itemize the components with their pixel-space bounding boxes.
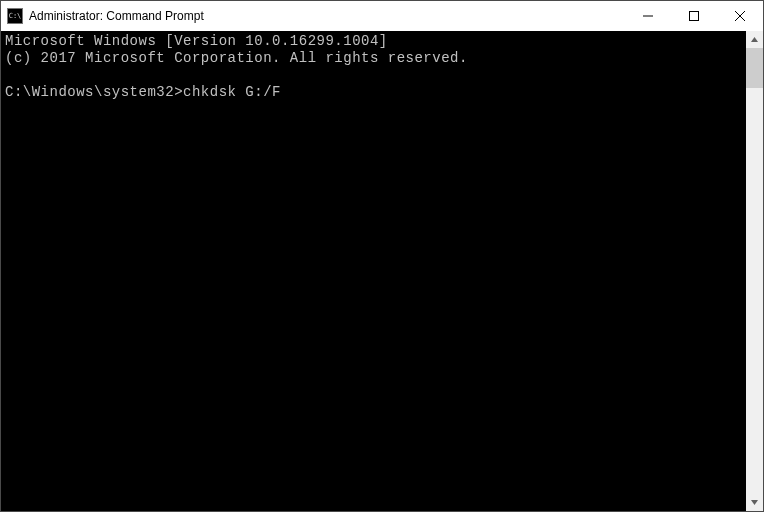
prompt-path: C:\Windows\system32>	[5, 84, 183, 100]
command-prompt-window: C:\ Administrator: Command Prompt Micros…	[0, 0, 764, 512]
svg-rect-0	[690, 12, 699, 21]
output-line: (c) 2017 Microsoft Corporation. All righ…	[5, 50, 468, 66]
typed-command: chkdsk G:/F	[183, 84, 281, 100]
minimize-button[interactable]	[625, 1, 671, 31]
terminal-output[interactable]: Microsoft Windows [Version 10.0.16299.10…	[1, 31, 746, 511]
maximize-button[interactable]	[671, 1, 717, 31]
window-controls	[625, 1, 763, 31]
scroll-up-button[interactable]	[746, 31, 763, 48]
vertical-scrollbar[interactable]	[746, 31, 763, 511]
titlebar[interactable]: C:\ Administrator: Command Prompt	[1, 1, 763, 31]
scroll-thumb[interactable]	[746, 48, 763, 88]
scroll-down-button[interactable]	[746, 494, 763, 511]
client-area: Microsoft Windows [Version 10.0.16299.10…	[1, 31, 763, 511]
window-title: Administrator: Command Prompt	[29, 9, 204, 23]
output-line: Microsoft Windows [Version 10.0.16299.10…	[5, 33, 388, 49]
cmd-icon: C:\	[7, 8, 23, 24]
close-button[interactable]	[717, 1, 763, 31]
title-left: C:\ Administrator: Command Prompt	[1, 8, 625, 24]
